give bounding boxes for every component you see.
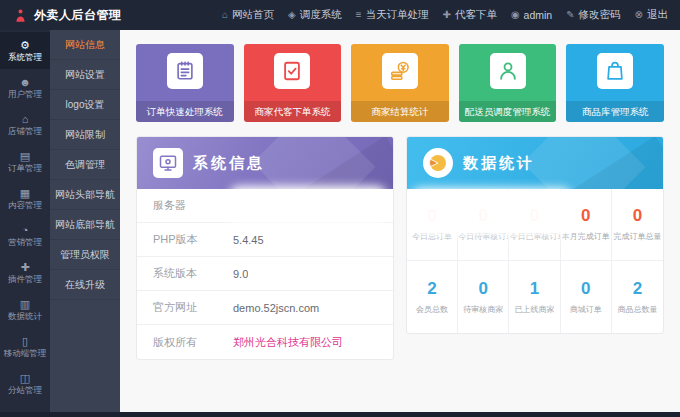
tile-label: 商家结算统计	[351, 101, 449, 122]
money-icon	[382, 53, 418, 89]
stat-value: 0	[479, 280, 488, 297]
submenu-item-logo-settings[interactable]: logo设置	[50, 90, 120, 120]
tile-merchant-proxy-order[interactable]: 商家代客下单系统	[244, 44, 342, 122]
sidebar-item-marketing[interactable]: ◔ 营销管理	[0, 217, 50, 254]
system-info-header: 系统信息	[137, 137, 393, 189]
topnav-label: 调度系统	[300, 8, 342, 22]
sidebar-item-label: 内容管理	[8, 201, 42, 210]
topnav-item-home[interactable]: ⌂ 网站首页	[222, 8, 274, 22]
substation-icon: ◫	[20, 373, 30, 384]
sidebar-item-label: 移动端管理	[4, 349, 47, 358]
stat-label: 完成订单总量	[613, 231, 661, 242]
topnav-label: 网站首页	[232, 8, 274, 22]
mobile-icon: ▯	[22, 336, 28, 347]
sidebar-item-label: 数据统计	[8, 312, 42, 321]
topnav-item-today-orders[interactable]: ≡ 当天订单处理	[356, 8, 429, 22]
home-icon: ⌂	[222, 10, 228, 20]
sidebar-item-substations[interactable]: ◫ 分站管理	[0, 365, 50, 402]
info-row-system-version: 系统版本 9.0	[137, 257, 393, 291]
plugin-icon: ✚	[20, 262, 29, 273]
submenu-item-site-info[interactable]: 网站信息	[50, 30, 120, 60]
system-info-icon	[153, 148, 183, 178]
stat-value: 0	[427, 207, 436, 224]
notepad-icon	[167, 53, 203, 89]
stat-label: 待审核商家	[463, 304, 503, 315]
sidebar-item-users[interactable]: ☻ 用户管理	[0, 69, 50, 106]
stat-value: 1	[530, 280, 539, 297]
stat-month-completed: 0 本月完成订单	[561, 189, 612, 261]
courier-icon	[490, 53, 526, 89]
redaction-blur	[237, 194, 379, 218]
stat-today-total-orders: 0 今日总订单	[407, 189, 458, 261]
tile-label: 订单快速处理系统	[136, 101, 234, 122]
app-title: 外卖人后台管理	[34, 7, 122, 24]
topnav-item-change-password[interactable]: ✎ 修改密码	[566, 8, 620, 22]
main-sidebar: ⚙ 系统管理 ☻ 用户管理 ⌂ 店铺管理 ▤ 订单管理 ▦ 内容管理 ◔ 营销管…	[0, 30, 50, 412]
sidebar-item-statistics[interactable]: ▥ 数据统计	[0, 291, 50, 328]
stat-products-total: 2 商品总数量	[612, 261, 663, 333]
info-row-php-version: PHP版本 5.4.45	[137, 223, 393, 257]
marketing-icon: ◔	[22, 225, 29, 236]
topnav: ⌂ 网站首页 ◈ 调度系统 ≡ 当天订单处理 ✚ 代客下单 ◉ admin ✎ …	[208, 8, 668, 22]
topnav-item-dispatch[interactable]: ◈ 调度系统	[288, 8, 342, 22]
brand: 外卖人后台管理	[12, 7, 122, 24]
today-orders-icon: ≡	[356, 10, 362, 20]
topnav-label: 修改密码	[579, 8, 621, 22]
sidebar-item-orders[interactable]: ▤ 订单管理	[0, 143, 50, 180]
sidebar-item-plugins[interactable]: ✚ 插件管理	[0, 254, 50, 291]
sidebar-item-content[interactable]: ▦ 内容管理	[0, 180, 50, 217]
sidebar-item-label: 店铺管理	[8, 127, 42, 136]
submenu-item-color-settings[interactable]: 色调管理	[50, 150, 120, 180]
main-content: 订单快速处理系统 商家代客下单系统	[120, 30, 680, 412]
topnav-label: 当天订单处理	[365, 8, 428, 22]
topnav-item-proxy-order[interactable]: ✚ 代客下单	[442, 8, 496, 22]
dispatch-icon: ◈	[288, 10, 296, 20]
info-row-official-site: 官方网址 demo.52jscn.com	[137, 291, 393, 325]
sidebar-item-label: 用户管理	[8, 90, 42, 99]
receipt-check-icon	[274, 53, 310, 89]
orders-icon: ▤	[20, 151, 30, 162]
submenu-item-site-restrictions[interactable]: 网站限制	[50, 120, 120, 150]
submenu: 网站信息 网站设置 logo设置 网站限制 色调管理 网站头部导航 网站底部导航…	[50, 30, 120, 412]
topnav-item-admin[interactable]: ◉ admin	[511, 9, 552, 21]
submenu-item-header-nav[interactable]: 网站头部导航	[50, 180, 120, 210]
tile-label: 配送员调度管理系统	[459, 101, 557, 122]
submenu-item-admin-permissions[interactable]: 管理员权限	[50, 240, 120, 270]
quick-tiles: 订单快速处理系统 商家代客下单系统	[136, 44, 664, 122]
screen: 外卖人后台管理 ⌂ 网站首页 ◈ 调度系统 ≡ 当天订单处理 ✚ 代客下单 ◉ …	[0, 0, 680, 417]
sidebar-item-system[interactable]: ⚙ 系统管理	[0, 32, 50, 69]
admin-user-icon: ◉	[511, 10, 520, 20]
sidebar-item-mobile[interactable]: ▯ 移动端管理	[0, 328, 50, 365]
tile-courier-dispatch[interactable]: 配送员调度管理系统	[459, 44, 557, 122]
bottom-edge	[0, 412, 680, 417]
logout-icon: ⊗	[635, 10, 643, 20]
submenu-item-site-settings[interactable]: 网站设置	[50, 60, 120, 90]
stat-merchants-pending: 0 待审核商家	[458, 261, 509, 333]
topnav-label: 退出	[647, 8, 668, 22]
content-icon: ▦	[20, 188, 30, 199]
stat-members-total: 2 会员总数	[407, 261, 458, 333]
shop-icon: ⌂	[22, 114, 29, 125]
tile-label: 商品库管理系统	[566, 101, 664, 122]
panel-title: 数据统计	[463, 154, 535, 173]
tile-merchant-settlement[interactable]: 商家结算统计	[351, 44, 449, 122]
tile-order-quick-process[interactable]: 订单快速处理系统	[136, 44, 234, 122]
submenu-item-online-upgrade[interactable]: 在线升级	[50, 270, 120, 300]
stat-merchants-online: 1 已上线商家	[509, 261, 560, 333]
submenu-item-footer-nav[interactable]: 网站底部导航	[50, 210, 120, 240]
info-label: 服务器	[153, 198, 233, 213]
app-body: ⚙ 系统管理 ☻ 用户管理 ⌂ 店铺管理 ▤ 订单管理 ▦ 内容管理 ◔ 营销管…	[0, 30, 680, 412]
tile-product-library[interactable]: 商品库管理系统	[566, 44, 664, 122]
sidebar-item-shops[interactable]: ⌂ 店铺管理	[0, 106, 50, 143]
pie-chart-icon	[423, 148, 453, 178]
info-label: PHP版本	[153, 232, 233, 247]
sidebar-item-label: 系统管理	[8, 53, 42, 62]
official-site-link[interactable]: demo.52jscn.com	[233, 302, 319, 314]
change-password-icon: ✎	[566, 10, 574, 20]
stat-value: 2	[633, 280, 642, 297]
info-row-copyright: 版权所有 郑州光合科技有限公司	[137, 325, 393, 359]
topnav-item-logout[interactable]: ⊗ 退出	[635, 8, 668, 22]
topbar: 外卖人后台管理 ⌂ 网站首页 ◈ 调度系统 ≡ 当天订单处理 ✚ 代客下单 ◉ …	[0, 0, 680, 30]
sidebar-item-label: 插件管理	[8, 275, 42, 284]
panel-title: 系统信息	[193, 154, 265, 173]
